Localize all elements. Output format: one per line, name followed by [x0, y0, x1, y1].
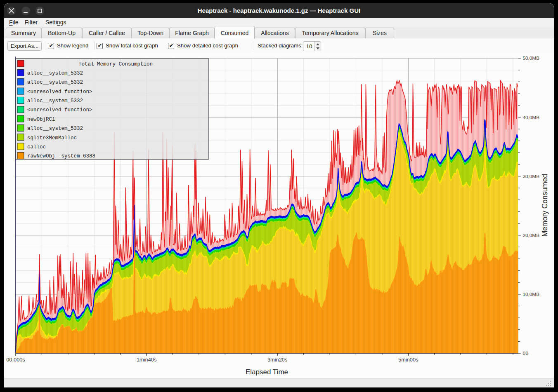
svg-text:<unresolved function>: <unresolved function> [27, 107, 92, 113]
svg-text:50,0MB: 50,0MB [523, 55, 539, 61]
svg-text:40,0MB: 40,0MB [523, 115, 539, 120]
svg-text:alloc__system_5332: alloc__system_5332 [27, 98, 83, 104]
svg-text:alloc__system_5332: alloc__system_5332 [27, 126, 83, 131]
svg-text:3min20s: 3min20s [267, 357, 287, 363]
svg-text:Total Memory Consumption: Total Memory Consumption [78, 61, 153, 67]
svg-text:1min40s: 1min40s [137, 357, 156, 363]
svg-text:<unresolved function>: <unresolved function> [27, 89, 92, 95]
svg-text:30,0MB: 30,0MB [523, 174, 539, 179]
svg-text:alloc__system_5332: alloc__system_5332 [27, 80, 83, 85]
svg-text:newObjRC1: newObjRC1 [27, 117, 55, 122]
svg-text:0B: 0B [523, 350, 529, 356]
svg-text:alloc__system_5332: alloc__system_5332 [27, 70, 83, 76]
svg-text:rawNewObj__system_6388: rawNewObj__system_6388 [27, 153, 95, 159]
svg-text:Elapsed Time: Elapsed Time [246, 368, 288, 376]
svg-text:00.000s: 00.000s [6, 357, 25, 363]
svg-text:calloc: calloc [27, 144, 46, 150]
svg-text:10,0MB: 10,0MB [523, 291, 539, 297]
svg-text:20,0MB: 20,0MB [523, 232, 539, 238]
svg-text:5min00s: 5min00s [398, 357, 418, 363]
svg-text:sqlite3MemMalloc: sqlite3MemMalloc [27, 135, 77, 141]
svg-text:Memory Consumed: Memory Consumed [541, 174, 549, 237]
